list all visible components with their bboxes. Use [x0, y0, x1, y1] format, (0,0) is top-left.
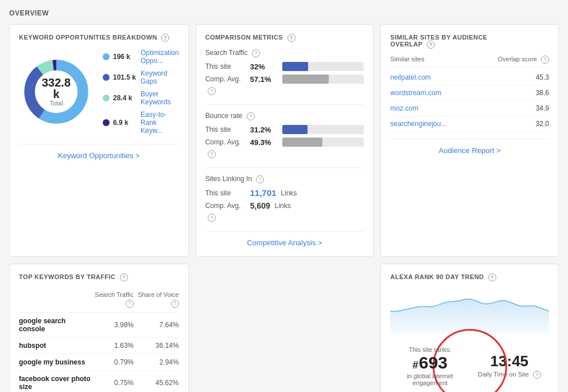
search-traffic-note: ? — [205, 87, 364, 95]
kw-cell-traffic-3: 0.75% — [91, 371, 134, 392]
top-keywords-help-icon[interactable]: ? — [120, 273, 128, 281]
kw-row-0: google search console 3.98% 7.64% — [19, 313, 179, 338]
donut-total-label: Total — [38, 100, 75, 107]
kw-cell-traffic-2: 0.79% — [91, 354, 134, 371]
linking-comp-text: Links — [275, 202, 291, 210]
kw-traffic-help[interactable]: ? — [126, 300, 134, 308]
legend-link-3[interactable]: Easy-to-Rank Keyw... — [141, 111, 179, 135]
similar-site-3[interactable]: searchenginejou... — [390, 120, 446, 128]
top-keywords-tbody: google search console 3.98% 7.64% hubspo… — [19, 313, 179, 392]
search-traffic-comp-label: Comp. Avg. — [205, 75, 246, 83]
kw-row-2: google my business 0.79% 2.94% — [19, 354, 179, 371]
alexa-trend-chart — [390, 288, 549, 334]
linking-this-row: This site 11,701 Links — [205, 188, 364, 198]
legend-value-1: 101.5 k — [113, 73, 137, 81]
linking-this-label: This site — [205, 189, 246, 197]
search-traffic-help-icon[interactable]: ? — [252, 49, 260, 57]
kw-cell-keyword-0: google search console — [19, 313, 91, 338]
bounce-this-row: This site 31.2% — [205, 125, 364, 134]
comparison-metrics-card: COMPARISON METRICS ? Search Traffic ? Th… — [196, 24, 374, 257]
bounce-note: ? — [205, 150, 364, 158]
keyword-opportunities-help-icon[interactable]: ? — [161, 34, 169, 42]
search-traffic-this-fill — [282, 62, 309, 71]
audience-report-link[interactable]: Audience Report > — [390, 139, 549, 155]
legend-item-3: 6.9 k Easy-to-Rank Keyw... — [103, 111, 179, 135]
bounce-comp-fill — [282, 138, 322, 147]
top-keywords-title: TOP KEYWORDS BY TRAFFIC ? — [19, 273, 179, 281]
donut-legend: 196 k Optimization Oppo... 101.5 k Keywo… — [103, 49, 179, 135]
legend-value-0: 196 k — [113, 53, 137, 61]
similar-site-0[interactable]: neilpatel.com — [390, 73, 431, 81]
linking-this-value: 11,701 — [250, 188, 277, 198]
alexa-hash: # — [413, 359, 418, 371]
alexa-rank-bottom: This site ranks: # 693 in global interne… — [390, 340, 549, 392]
bounce-comp-value: 49.3% — [250, 138, 278, 147]
similar-site-2[interactable]: moz.com — [390, 104, 418, 112]
linking-note-icon[interactable]: ? — [208, 214, 216, 222]
search-traffic-comp-row: Comp. Avg. 57.1% — [205, 75, 364, 84]
keyword-opportunities-link[interactable]: Keyword Opportunities > — [19, 144, 179, 160]
legend-dot-2 — [103, 95, 110, 101]
kw-share-help[interactable]: ? — [171, 300, 179, 308]
similar-sites-title: SIMILAR SITES BY AUDIENCE OVERLAP ? — [390, 34, 549, 49]
kw-cell-keyword-3: facebook cover photo size — [19, 371, 91, 392]
kw-cell-traffic-1: 1.63% — [91, 338, 134, 354]
donut-section: 332.8 k Total 196 k Optimization Oppo...… — [19, 49, 179, 135]
kw-cell-keyword-1: hubspot — [19, 338, 91, 354]
search-traffic-section: Search Traffic ? This site 32% Comp. Avg… — [205, 49, 364, 95]
bounce-note-icon[interactable]: ? — [208, 150, 216, 158]
alexa-rank-info: This site ranks: # 693 in global interne… — [390, 340, 469, 392]
legend-link-0[interactable]: Optimization Oppo... — [141, 49, 179, 65]
kw-cell-keyword-2: google my business — [19, 354, 91, 371]
kw-cell-share-1: 36.14% — [134, 338, 179, 354]
legend-link-2[interactable]: Buyer Keywords — [141, 90, 179, 106]
search-traffic-note-icon[interactable]: ? — [208, 87, 216, 95]
competitive-analysis-link[interactable]: Competitive Analysis > — [205, 231, 364, 247]
search-traffic-this-label: This site — [205, 62, 246, 70]
main-grid: KEYWORD OPPORTUNITIES BREAKDOWN ? 332.8 … — [9, 24, 559, 392]
keyword-opportunities-card: KEYWORD OPPORTUNITIES BREAKDOWN ? 332.8 … — [9, 24, 189, 257]
kw-col-keyword — [19, 288, 91, 313]
bounce-rate-section: Bounce rate ? This site 31.2% Comp. Avg.… — [205, 112, 364, 158]
legend-item-1: 101.5 k Keyword Gaps — [103, 69, 179, 85]
legend-item-0: 196 k Optimization Oppo... — [103, 49, 179, 65]
top-keywords-card: TOP KEYWORDS BY TRAFFIC ? Search Traffic… — [9, 264, 189, 392]
bounce-rate-help-icon[interactable]: ? — [247, 112, 255, 120]
sites-linking-section: Sites Linking In ? This site 11,701 Link… — [205, 175, 364, 222]
search-traffic-comp-fill — [282, 75, 329, 84]
alexa-time-help-icon[interactable]: ? — [533, 371, 541, 379]
page-title: OVERVIEW — [9, 9, 559, 17]
comparison-metrics-help-icon[interactable]: ? — [287, 34, 295, 42]
donut-center: 332.8 k Total — [38, 77, 75, 107]
donut-total: 332.8 k — [38, 77, 75, 100]
alexa-rank-help-icon[interactable]: ? — [488, 273, 496, 281]
separator-1 — [205, 104, 364, 105]
alexa-time-value: 13:45 — [491, 354, 529, 369]
donut-chart: 332.8 k Total — [19, 54, 94, 129]
similar-site-1[interactable]: wordstream.com — [390, 89, 441, 97]
bounce-comp-row: Comp. Avg. 49.3% — [205, 138, 364, 147]
legend-item-2: 28.4 k Buyer Keywords — [103, 90, 179, 106]
linking-comp-label: Comp. Avg. — [205, 202, 246, 210]
similar-score-help-icon[interactable]: ? — [541, 56, 549, 64]
legend-link-1[interactable]: Keyword Gaps — [141, 69, 179, 85]
similar-col-score: Overlap score ? — [497, 56, 549, 64]
kw-col-share: Share of Voice ? — [134, 288, 179, 313]
search-traffic-this-value: 32% — [250, 62, 278, 71]
similar-score-3: 32.0 — [536, 120, 549, 128]
search-traffic-comp-bar — [282, 75, 364, 84]
legend-dot-1 — [103, 74, 110, 81]
kw-cell-share-3: 45.62% — [134, 371, 179, 392]
alexa-time-info: 13:45 Daily Time on Site ? — [470, 340, 549, 392]
alexa-rank-number: 693 — [419, 354, 448, 371]
sites-linking-help-icon[interactable]: ? — [256, 175, 264, 183]
similar-col-sites: Similar sites — [390, 56, 424, 64]
linking-this-text: Links — [281, 189, 297, 197]
search-traffic-this-bar — [282, 62, 364, 71]
bounce-this-value: 31.2% — [250, 126, 278, 134]
comparison-metrics-title: COMPARISON METRICS ? — [205, 34, 364, 42]
similar-sites-help-icon[interactable]: ? — [427, 41, 435, 49]
sites-linking-label: Sites Linking In ? — [205, 175, 364, 183]
bounce-comp-label: Comp. Avg. — [205, 138, 246, 146]
separator-2 — [205, 167, 364, 168]
